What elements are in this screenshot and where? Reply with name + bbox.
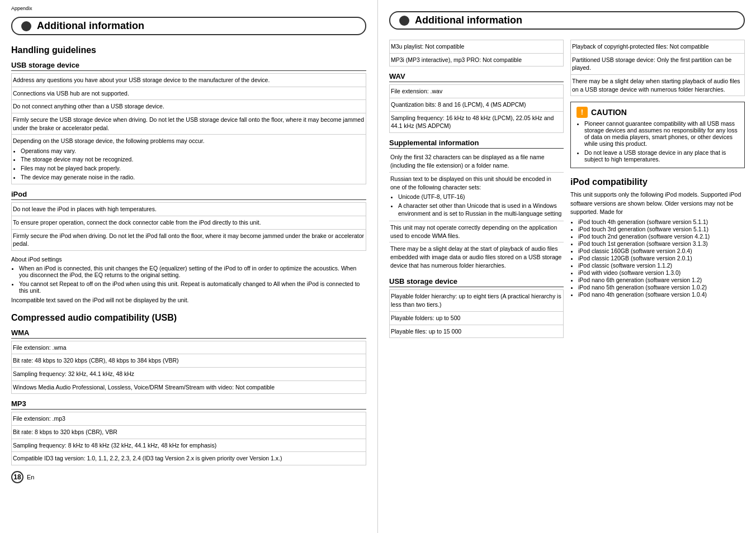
ipod-compat-item-10: iPod nano 4th generation (software versi… <box>578 291 745 298</box>
m3u-row-0: M3u playlist: Not compatible <box>390 40 563 54</box>
usb-bullet-0: Operations may vary. <box>21 147 365 155</box>
usb-row-4: Depending on the USB storage device, the… <box>12 135 366 184</box>
mp3-block: File extension: .mp3 Bit rate: 8 kbps to… <box>11 412 366 465</box>
supplemental-row-0: Only the first 32 characters can be disp… <box>389 151 564 172</box>
ipod-compat-item-8: iPod nano 6th generation (software versi… <box>578 277 745 283</box>
left-header-title: Additional information <box>37 20 144 32</box>
about-ipod-bullets: When an iPod is connected, this unit cha… <box>19 265 366 294</box>
right-header-bar: Additional information <box>389 11 745 30</box>
usb-bullet-1: The storage device may not be recognized… <box>21 155 365 164</box>
mp3-row-1: Bit rate: 8 kbps to 320 kbps (CBR), VBR <box>12 426 366 439</box>
usb-storage-row-2: Playable files: up to 15 000 <box>390 325 563 338</box>
supplemental-row-1: Russian text to be displayed on this uni… <box>389 173 564 222</box>
wma-title: WMA <box>11 329 366 339</box>
usb-storage-row-0: Playable folder hierarchy: up to eight t… <box>390 290 563 311</box>
usb-info-block: Address any questions you have about you… <box>11 73 366 184</box>
wav-title: WAV <box>389 72 564 82</box>
page-num-circle: 18 <box>11 471 23 483</box>
mp3-title: MP3 <box>11 399 366 410</box>
about-ipod-bullet-0: When an iPod is connected, this unit cha… <box>19 265 366 278</box>
ipod-compat-item-5: iPod classic 120GB (software version 2.0… <box>578 255 745 261</box>
ipod-compat-item-6: iPod classic (software version 1.1.2) <box>578 262 745 269</box>
usb-row-2: Do not connect anything other than a USB… <box>12 100 366 113</box>
wma-row-0: File extension: .wma <box>12 341 366 355</box>
ipod-compat-intro: This unit supports only the following iP… <box>570 191 745 216</box>
supplemental-title: Supplemental information <box>389 139 564 149</box>
caution-box: ! CAUTION Pioneer cannot guarantee compa… <box>570 102 745 168</box>
caution-bullet-1: Do not leave a USB storage device in any… <box>584 149 739 163</box>
ipod-row-0: Do not leave the iPod in places with hig… <box>12 203 366 216</box>
usb-storage-title-right: USB storage device <box>389 277 564 287</box>
usb-row-3: Firmly secure the USB storage device whe… <box>12 113 366 135</box>
right-col-row-1: Partitioned USB storage device: Only the… <box>571 54 744 75</box>
header-dot-right <box>399 16 409 26</box>
ipod-compat-item-3: iPod touch 1st generation (software vers… <box>578 240 745 247</box>
usb-row-0: Address any questions you have about you… <box>12 74 366 87</box>
right-col-block: Playback of copyright-protected files: N… <box>570 40 745 96</box>
handling-title: Handling guidelines <box>11 45 366 55</box>
ipod-compat-list: iPod touch 4th generation (software vers… <box>578 218 745 298</box>
usb-bullet-list: Operations may vary. The storage device … <box>21 147 365 182</box>
usb-storage-block: Playable folder hierarchy: up to eight t… <box>389 289 564 338</box>
caution-bullet-0: Pioneer cannot guarantee compatibility w… <box>584 120 739 147</box>
caution-title: ! CAUTION <box>577 107 739 118</box>
appendix-label: Appendix <box>11 6 366 11</box>
mp3-row-2: Sampling frequency: 8 kHz to 48 kHz (32 … <box>12 439 366 453</box>
caution-bullets: Pioneer cannot guarantee compatibility w… <box>584 120 739 163</box>
wma-row-1: Bit rate: 48 kbps to 320 kbps (CBR), 48 … <box>12 354 366 368</box>
usb-bullet-3: The device may generate noise in the rad… <box>21 173 365 182</box>
right-right-col: Playback of copyright-protected files: N… <box>570 40 745 342</box>
wma-block: File extension: .wma Bit rate: 48 kbps t… <box>11 341 366 394</box>
right-page: Additional information M3u playlist: Not… <box>378 0 756 533</box>
ipod-compat-item-7: iPod with video (software version 1.3.0) <box>578 269 745 276</box>
compressed-title: Compressed audio compatibility (USB) <box>11 313 366 323</box>
m3u-block: M3u playlist: Not compatible MP3i (MP3 i… <box>389 40 564 66</box>
page-en-label: En <box>27 474 34 480</box>
mp3-row-0: File extension: .mp3 <box>12 412 366 426</box>
supplemental-bullets: Unicode (UTF-8, UTF-16) A character set … <box>398 193 563 218</box>
ipod-row-2: Firmly secure the iPod when driving. Do … <box>12 230 366 250</box>
right-header-title: Additional information <box>415 15 522 26</box>
ipod-row-1: To ensure proper operation, connect the … <box>12 216 366 230</box>
supplemental-block: Only the first 32 characters can be disp… <box>389 151 564 272</box>
supplemental-row2-0: This unit may not operate correctly depe… <box>389 221 564 242</box>
ipod-compat-item-1: iPod touch 3rd generation (software vers… <box>578 226 745 232</box>
ipod-section-title: iPod <box>11 190 366 200</box>
wav-row-0: File extension: .wav <box>390 85 563 98</box>
ipod-info-block: Do not leave the iPod in places with hig… <box>11 202 366 251</box>
ipod-compat-item-0: iPod touch 4th generation (software vers… <box>578 218 745 225</box>
usb-bullet-2: Files may not be played back properly. <box>21 164 365 173</box>
usb-section-title: USB storage device <box>11 61 366 71</box>
ipod-incompatible: Incompatible text saved on the iPod will… <box>11 296 366 304</box>
right-col-row-2: There may be a slight delay when startin… <box>571 75 744 96</box>
about-ipod-label: About iPod settings When an iPod is conn… <box>11 255 366 304</box>
about-ipod-bullet-1: You cannot set Repeat to off on the iPod… <box>19 280 366 294</box>
m3u-row-1: MP3i (MP3 interactive), mp3 PRO: Not com… <box>390 54 563 66</box>
left-page: Appendix Additional information Handling… <box>0 0 378 533</box>
header-dot-left <box>21 21 31 31</box>
page-number-area: 18 En <box>11 471 366 483</box>
supp-bullet-0: Unicode (UTF-8, UTF-16) <box>398 193 563 201</box>
usb-row-1: Connections via USB hub are not supporte… <box>12 87 366 101</box>
wav-block: File extension: .wav Quantization bits: … <box>389 84 564 133</box>
mp3-row-3: Compatible ID3 tag version: 1.0, 1.1, 2.… <box>12 452 366 465</box>
wma-row-2: Sampling frequency: 32 kHz, 44.1 kHz, 48… <box>12 368 366 381</box>
wma-row-3: Windows Media Audio Professional, Lossle… <box>12 381 366 394</box>
left-header-bar: Additional information <box>11 17 366 35</box>
wav-row-2: Sampling frequency: 16 kHz to 48 kHz (LP… <box>390 112 563 132</box>
supp-bullet-1: A character set other than Unicode that … <box>398 202 563 218</box>
ipod-compat-section: iPod compatibility This unit supports on… <box>570 177 745 298</box>
usb-storage-row-1: Playable folders: up to 500 <box>390 312 563 325</box>
wav-row-1: Quantization bits: 8 and 16 (LPCM), 4 (M… <box>390 98 563 112</box>
ipod-compat-item-9: iPod nano 5th generation (software versi… <box>578 284 745 291</box>
caution-label: CAUTION <box>591 108 627 117</box>
supplemental-row2-1: There may be a slight delay at the start… <box>389 242 564 272</box>
ipod-compat-title: iPod compatibility <box>570 177 745 187</box>
ipod-compat-item-4: iPod classic 160GB (software version 2.0… <box>578 248 745 254</box>
ipod-compat-item-2: iPod touch 2nd generation (software vers… <box>578 233 745 240</box>
right-col-row-0: Playback of copyright-protected files: N… <box>571 40 744 54</box>
caution-icon: ! <box>577 107 588 118</box>
right-left-col: M3u playlist: Not compatible MP3i (MP3 i… <box>389 40 564 342</box>
